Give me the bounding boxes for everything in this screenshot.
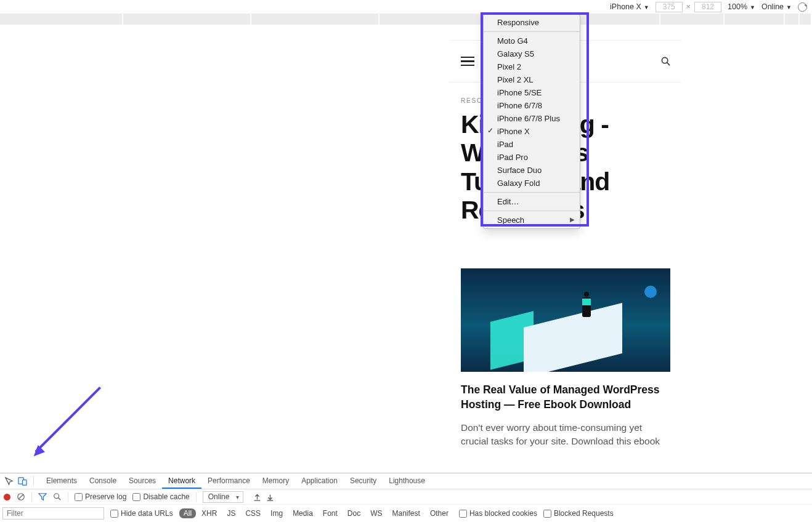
device-list-menu[interactable]: ResponsiveMoto G4Galaxy S5Pixel 2Pixel 2… — [483, 14, 580, 229]
emulated-viewport-area: K RESOURCES Kinsta Blog - WordPress Tuto… — [0, 25, 812, 473]
article-card-excerpt: Don't ever worry about time-consuming ye… — [461, 421, 670, 449]
ruler-segment[interactable] — [725, 14, 785, 25]
caret-down-icon: ▼ — [644, 4, 649, 10]
disable-cache-checkbox[interactable]: Disable cache — [132, 492, 189, 501]
hide-data-urls-label: Hide data URLs — [121, 509, 173, 518]
article-card-title: The Real Value of Managed WordPress Host… — [461, 383, 670, 412]
type-pill-doc[interactable]: Doc — [343, 508, 365, 518]
type-pill-css[interactable]: CSS — [241, 508, 265, 518]
type-pill-img[interactable]: Img — [266, 508, 287, 518]
devtools-panel: ElementsConsoleSourcesNetworkPerformance… — [0, 473, 812, 522]
device-menu-item[interactable]: iPhone 6/7/8 Plus — [484, 112, 580, 125]
caret-down-icon: ▼ — [786, 4, 792, 10]
viewport-width-input[interactable] — [656, 2, 683, 12]
preserve-log-checkbox[interactable]: Preserve log — [75, 492, 126, 501]
type-pill-xhr[interactable]: XHR — [197, 508, 221, 518]
devtools-tab-sources[interactable]: Sources — [123, 473, 162, 489]
svg-line-1 — [667, 63, 670, 65]
caret-down-icon: ▼ — [750, 4, 755, 10]
devtools-tab-elements[interactable]: Elements — [40, 473, 83, 489]
blocked-requests-label: Blocked Requests — [554, 509, 614, 518]
ruler-segment[interactable] — [251, 14, 380, 25]
devtools-tab-console[interactable]: Console — [83, 473, 123, 489]
svg-point-6 — [54, 494, 59, 499]
type-pill-manifest[interactable]: Manifest — [388, 508, 424, 518]
network-toolbar: Preserve log Disable cache Online — [0, 489, 812, 505]
network-filter-bar: Hide data URLs AllXHRJSCSSImgMediaFontDo… — [0, 505, 812, 522]
upload-har-icon[interactable] — [253, 493, 261, 501]
device-menu-item[interactable]: Pixel 2 XL — [484, 73, 580, 86]
device-menu-item[interactable]: Pixel 2 — [484, 60, 580, 73]
device-menu-item[interactable]: Speech — [484, 214, 580, 227]
devtools-tab-security[interactable]: Security — [344, 473, 383, 489]
article-card[interactable]: The Real Value of Managed WordPress Host… — [461, 268, 670, 448]
breakpoints-ruler — [0, 14, 812, 25]
type-pill-all[interactable]: All — [179, 508, 196, 518]
rotate-device-icon[interactable] — [798, 2, 807, 12]
device-menu-item[interactable]: Surface Duo — [484, 164, 580, 177]
download-har-icon[interactable] — [266, 493, 274, 501]
device-menu-item[interactable]: Responsive — [484, 16, 580, 29]
device-menu-item[interactable]: iPhone 6/7/8 — [484, 99, 580, 112]
type-pill-font[interactable]: Font — [319, 508, 342, 518]
type-pill-other[interactable]: Other — [426, 508, 453, 518]
ruler-segment[interactable] — [123, 14, 251, 25]
throttle-select[interactable]: Online ▼ — [761, 2, 792, 11]
resource-type-pills: AllXHRJSCSSImgMediaFontDocWSManifestOthe… — [179, 508, 453, 518]
type-pill-media[interactable]: Media — [288, 508, 317, 518]
inspect-element-icon[interactable] — [4, 476, 14, 486]
import-export-har — [253, 493, 274, 501]
disable-cache-label: Disable cache — [143, 492, 189, 501]
dimension-separator: × — [686, 2, 691, 11]
device-menu-item[interactable]: Galaxy Fold — [484, 177, 580, 190]
svg-line-7 — [59, 498, 61, 500]
device-select[interactable]: iPhone X ▼ — [610, 2, 649, 11]
zoom-select[interactable]: 100% ▼ — [728, 2, 755, 11]
devtools-tab-network[interactable]: Network — [162, 473, 201, 489]
type-pill-ws[interactable]: WS — [366, 508, 386, 518]
ruler-segment[interactable] — [800, 14, 812, 25]
hide-data-urls-checkbox[interactable]: Hide data URLs — [110, 509, 173, 518]
search-icon[interactable] — [661, 57, 670, 66]
filter-icon[interactable] — [38, 492, 47, 501]
throttle-label: Online — [761, 2, 784, 11]
devtools-tab-lighthouse[interactable]: Lighthouse — [383, 473, 431, 489]
preserve-log-label: Preserve log — [85, 492, 126, 501]
device-menu-item[interactable]: Edit… — [484, 195, 580, 208]
record-button[interactable] — [4, 494, 10, 500]
devtools-tab-performance[interactable]: Performance — [201, 473, 256, 489]
article-hero-image — [461, 268, 670, 372]
devtools-tab-bar: ElementsConsoleSourcesNetworkPerformance… — [0, 473, 812, 489]
hamburger-menu-icon[interactable] — [461, 57, 474, 66]
device-menu-item[interactable]: iPhone 5/SE — [484, 86, 580, 99]
type-pill-js[interactable]: JS — [222, 508, 240, 518]
device-menu-item[interactable]: Moto G4 — [484, 34, 580, 47]
device-menu-item[interactable]: iPad Pro — [484, 151, 580, 164]
viewport-dimensions: × — [656, 2, 721, 12]
devtools-tab-memory[interactable]: Memory — [256, 473, 295, 489]
zoom-label: 100% — [728, 2, 747, 11]
svg-line-5 — [19, 495, 23, 499]
network-filter-input[interactable] — [2, 507, 104, 520]
search-icon[interactable] — [53, 492, 62, 501]
viewport-height-input[interactable] — [694, 2, 721, 12]
network-throttle-label: Online — [208, 492, 230, 501]
has-blocked-cookies-checkbox[interactable]: Has blocked cookies — [459, 509, 537, 518]
devtools-tab-application[interactable]: Application — [295, 473, 344, 489]
device-menu-item[interactable]: iPad — [484, 138, 580, 151]
ruler-segment[interactable] — [785, 14, 800, 25]
ruler-segment[interactable] — [660, 14, 725, 25]
svg-rect-3 — [22, 480, 26, 484]
device-menu-item[interactable]: iPhone X — [484, 125, 580, 138]
has-blocked-cookies-label: Has blocked cookies — [469, 509, 537, 518]
device-menu-item[interactable]: Galaxy S5 — [484, 47, 580, 60]
blocked-requests-checkbox[interactable]: Blocked Requests — [543, 509, 614, 518]
ruler-segment[interactable] — [0, 14, 123, 25]
device-select-label: iPhone X — [610, 2, 641, 11]
network-throttle-select[interactable]: Online — [203, 491, 244, 503]
svg-point-0 — [662, 57, 667, 63]
device-toolbar: iPhone X ▼ × 100% ▼ Online ▼ — [0, 0, 812, 14]
toggle-device-toolbar-icon[interactable] — [17, 476, 27, 486]
clear-icon[interactable] — [17, 492, 25, 501]
